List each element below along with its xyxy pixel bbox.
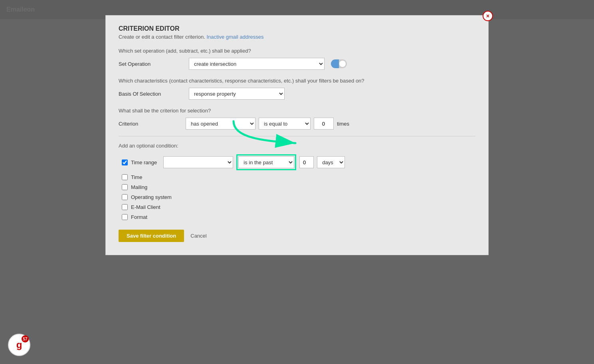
subtitle-link[interactable]: Inactive gmail addresses xyxy=(206,34,263,40)
user-badge[interactable]: g 57 xyxy=(8,334,30,356)
time-range-checkbox[interactable] xyxy=(122,159,128,165)
criterion-row: Criterion has opened has clicked has not… xyxy=(119,118,475,130)
optional-label: Add an optional condition: xyxy=(119,143,475,149)
basis-question: Which characteristics (contact character… xyxy=(119,78,475,84)
divider xyxy=(119,136,475,136)
format-checkbox[interactable] xyxy=(122,214,128,220)
format-row: Format xyxy=(122,214,475,220)
criterion-editor-modal: × CRITERION EDITOR Create or edit a cont… xyxy=(105,15,489,255)
badge-count: 57 xyxy=(22,335,29,342)
close-button[interactable]: × xyxy=(483,11,493,21)
time-label[interactable]: Time xyxy=(131,174,142,180)
criterion-question: What shall be the criterion for selectio… xyxy=(119,108,475,114)
times-input[interactable] xyxy=(314,118,334,130)
time-range-dropdown-left[interactable] xyxy=(163,156,233,168)
time-range-value-input[interactable] xyxy=(299,156,314,168)
set-operation-question: Which set operation (add, subtract, etc.… xyxy=(119,48,475,54)
criterion-label: Criterion xyxy=(119,121,182,127)
time-range-compare-select[interactable]: is in the past is between is after is be… xyxy=(238,156,294,168)
set-operation-select[interactable]: create intersection add subtract xyxy=(189,58,325,70)
basis-select[interactable]: response property contact property xyxy=(189,88,285,100)
mailing-row: Mailing xyxy=(122,184,475,190)
set-operation-row: Set Operation create intersection add su… xyxy=(119,58,475,70)
cancel-button[interactable]: Cancel xyxy=(189,230,208,242)
times-label: times xyxy=(337,121,349,127)
toggle-button[interactable] xyxy=(331,59,347,68)
format-label[interactable]: Format xyxy=(131,214,147,220)
modal-subtitle: Create or edit a contact filter criterio… xyxy=(119,34,475,40)
os-checkbox[interactable] xyxy=(122,194,128,200)
button-row: Save filter condition Cancel xyxy=(119,230,475,242)
basis-label: Basis Of Selection xyxy=(119,91,182,97)
basis-row: Basis Of Selection response property con… xyxy=(119,88,475,100)
compare-select[interactable]: is equal to is greater than is less than xyxy=(259,118,311,130)
time-range-label[interactable]: Time range xyxy=(131,159,157,165)
time-range-highlighted-wrapper: is in the past is between is after is be… xyxy=(236,154,296,170)
time-range-controls: is in the past is between is after is be… xyxy=(163,154,345,170)
set-operation-label: Set Operation xyxy=(119,61,182,67)
time-row: Time xyxy=(122,174,475,180)
mailing-checkbox[interactable] xyxy=(122,184,128,190)
badge-letter: g xyxy=(16,339,22,350)
time-range-unit-select[interactable]: days weeks months years xyxy=(317,156,345,168)
checkbox-section: Time range is in the past is between is … xyxy=(119,154,475,220)
email-client-checkbox[interactable] xyxy=(122,204,128,210)
criterion-select[interactable]: has opened has clicked has not opened ha… xyxy=(186,118,255,130)
modal-title: CRITERION EDITOR xyxy=(119,25,475,32)
os-row: Operating system xyxy=(122,194,475,200)
time-checkbox[interactable] xyxy=(122,174,128,180)
email-client-label[interactable]: E-Mail Client xyxy=(131,204,160,210)
os-label[interactable]: Operating system xyxy=(131,194,172,200)
save-button[interactable]: Save filter condition xyxy=(119,230,184,242)
mailing-label[interactable]: Mailing xyxy=(131,184,147,190)
time-range-row: Time range is in the past is between is … xyxy=(122,154,475,170)
email-client-row: E-Mail Client xyxy=(122,204,475,210)
subtitle-text: Create or edit a contact filter criterio… xyxy=(119,34,205,40)
